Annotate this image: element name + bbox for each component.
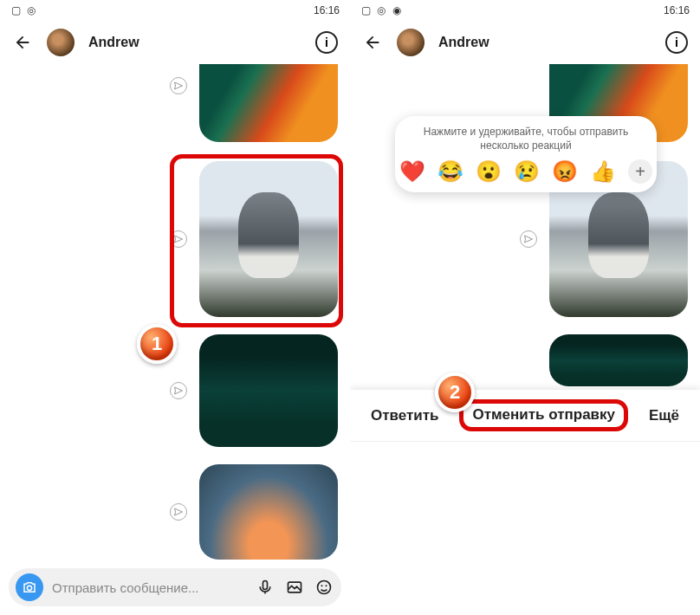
chat-scroll[interactable] [0,64,350,615]
chat-header: Andrew i [350,21,700,64]
status-right: 16:16 [314,4,340,16]
app-icon: ◉ [392,5,402,16]
message-image[interactable] [199,464,338,560]
action-row: Ответить Отменить отправку Ещё [350,390,700,442]
reaction-laugh[interactable]: 😂 [438,159,463,184]
message-image[interactable] [199,161,338,317]
avatar[interactable] [397,29,425,56]
chat-scroll[interactable]: Нажмите и удерживайте, чтобы отправить н… [350,64,700,615]
status-left: ▢ ◎ [10,5,36,16]
message-row[interactable] [170,64,338,142]
back-button[interactable] [362,32,383,53]
more-button[interactable]: Ещё [640,402,688,430]
svg-point-5 [326,585,327,586]
notification-icon: ▢ [10,5,21,16]
sent-status-icon [170,503,187,521]
unsend-button[interactable]: Отменить отправку [459,399,628,431]
sent-status-icon [170,77,187,94]
message-row[interactable] [170,464,338,560]
info-icon: i [325,36,328,49]
sticker-icon [315,579,333,596]
chat-name[interactable]: Andrew [438,35,489,50]
svg-point-0 [27,586,31,590]
avatar[interactable] [47,29,75,56]
chat-header: Andrew i [0,21,350,64]
status-time: 16:16 [664,4,690,16]
back-arrow-icon [363,33,382,52]
sent-status-icon [170,230,187,248]
camera-icon [22,579,37,595]
info-button[interactable]: i [665,31,688,54]
svg-rect-1 [263,581,268,590]
sent-status-icon [520,230,537,248]
compose-bar [9,568,341,606]
back-button[interactable] [12,32,33,53]
reaction-popup: Нажмите и удерживайте, чтобы отправить н… [395,116,657,192]
message-input[interactable] [52,580,246,595]
gallery-button[interactable] [284,577,305,598]
sent-status-icon [170,382,187,399]
message-row[interactable] [170,334,338,447]
svg-point-4 [321,585,323,586]
sticker-button[interactable] [314,577,334,598]
reaction-thumbs-up[interactable]: 👍 [590,159,616,184]
reaction-more-button[interactable]: + [628,159,652,184]
reaction-row: ❤️ 😂 😮 😢 😡 👍 + [399,159,652,184]
reaction-angry[interactable]: 😡 [552,159,578,184]
reaction-sad[interactable]: 😢 [514,159,540,184]
action-sheet: Ответить Отменить отправку Ещё [350,390,700,615]
info-button[interactable]: i [315,31,338,54]
microphone-icon [256,579,274,596]
back-arrow-icon [13,33,32,52]
app-icon: ◎ [376,5,386,16]
svg-point-3 [318,581,331,594]
app-icon: ◎ [26,5,36,16]
gallery-icon [286,579,303,596]
status-bar: ▢ ◎ 16:16 [0,0,350,21]
message-row[interactable] [170,161,338,317]
reaction-wow[interactable]: 😮 [476,159,502,184]
status-left: ▢ ◎ ◉ [360,5,402,16]
chat-name[interactable]: Andrew [88,35,139,50]
reply-button[interactable]: Ответить [362,402,448,430]
camera-button[interactable] [16,573,43,601]
reaction-tip: Нажмите и удерживайте, чтобы отправить н… [424,125,628,152]
status-right: 16:16 [664,4,690,16]
message-image[interactable] [199,334,338,447]
status-bar: ▢ ◎ ◉ 16:16 [350,0,700,21]
info-icon: i [675,36,678,49]
message-row[interactable] [549,334,688,386]
notification-icon: ▢ [360,5,371,16]
reaction-heart[interactable]: ❤️ [399,159,425,184]
screen-right: ▢ ◎ ◉ 16:16 Andrew i [350,0,700,615]
message-image[interactable] [549,334,688,386]
message-image[interactable] [199,64,338,142]
status-time: 16:16 [314,4,340,16]
screen-left: ▢ ◎ 16:16 Andrew i [0,0,350,615]
voice-button[interactable] [255,577,275,598]
